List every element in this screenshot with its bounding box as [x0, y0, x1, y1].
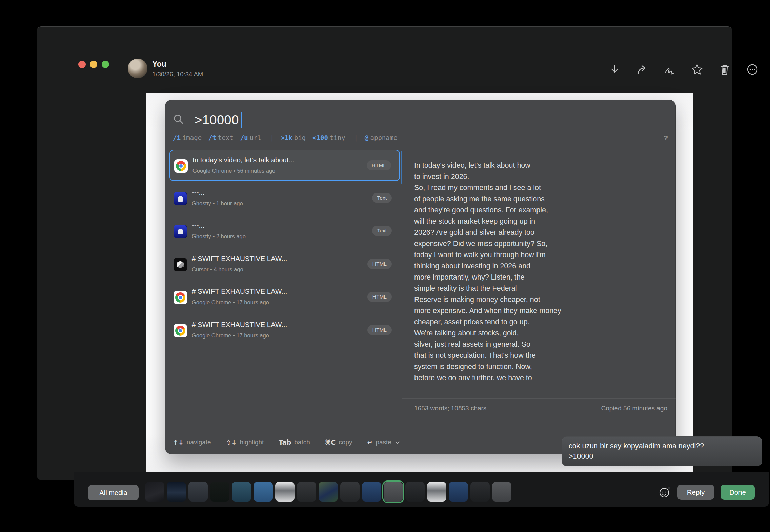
reply-button[interactable]: Reply: [677, 485, 714, 500]
clipboard-manager-panel: >10000 /iimage/ttext/uurl|>1kbig<100tiny…: [165, 100, 676, 454]
filter-hint: text: [218, 134, 234, 141]
content-type-badge: Text: [372, 193, 392, 203]
clipboard-item[interactable]: # SWIFT EXHAUSTIVE LAW...Cursor • 4 hour…: [169, 249, 400, 280]
close-button[interactable]: [78, 61, 86, 68]
filter-hint: /i: [173, 134, 181, 141]
filter-hint: |: [354, 134, 358, 141]
clipboard-item[interactable]: # SWIFT EXHAUSTIVE LAW...Google Chrome •…: [169, 315, 400, 346]
more-options-icon[interactable]: [745, 62, 759, 77]
media-thumbnail-selected[interactable]: [384, 482, 403, 502]
filter-hint: big: [294, 134, 306, 141]
media-thumbnail[interactable]: [297, 482, 316, 502]
content-type-badge: HTML: [367, 160, 391, 170]
media-bar: All media Reply Done: [74, 472, 769, 507]
filter-hint: tiny: [330, 134, 345, 141]
clipboard-preview-text: In today's video, let's talk about how t…: [414, 160, 624, 380]
shortcut-hint-copy: ⌘Ccopy: [325, 438, 352, 446]
clipboard-item-title: # SWIFT EXHAUSTIVE LAW...: [192, 287, 287, 295]
star-icon[interactable]: [690, 62, 704, 77]
content-type-badge: HTML: [367, 292, 392, 302]
shortcut-hint-navigate: ↑↓navigate: [173, 438, 211, 446]
content-type-badge: HTML: [367, 325, 392, 335]
search-bar[interactable]: >10000: [173, 110, 478, 129]
media-thumbnail[interactable]: [319, 482, 338, 502]
download-icon[interactable]: [608, 62, 622, 77]
emoji-reaction-icon[interactable]: [658, 485, 672, 499]
chrome-app-icon: [174, 291, 187, 304]
text-caret: [241, 112, 242, 128]
content-type-badge: Text: [372, 226, 392, 236]
all-media-button[interactable]: All media: [88, 485, 139, 500]
filter-hint: /t: [208, 134, 216, 141]
media-thumbnail[interactable]: [275, 482, 295, 502]
clipboard-item[interactable]: # SWIFT EXHAUSTIVE LAW...Google Chrome •…: [169, 282, 400, 313]
clipboard-item-meta: Google Chrome • 17 hours ago: [192, 299, 269, 306]
shortcut-hint-highlight: ⇧↓highlight: [226, 438, 264, 446]
ghostty-app-icon: [174, 225, 187, 238]
clipboard-item[interactable]: In today's video, let's talk about...Goo…: [169, 150, 400, 181]
clipboard-item-title: In today's video, let's talk about...: [192, 156, 295, 164]
shared-screenshot-image: >10000 /iimage/ttext/uurl|>1kbig<100tiny…: [146, 93, 693, 472]
clipboard-item-title: ---...: [192, 188, 205, 197]
minimize-button[interactable]: [90, 61, 97, 68]
pane-divider: [402, 150, 402, 431]
copied-time: Copied 56 minutes ago: [601, 405, 667, 412]
share-icon[interactable]: [635, 62, 650, 77]
chrome-app-icon: [174, 159, 188, 173]
clipboard-item-title: # SWIFT EXHAUSTIVE LAW...: [192, 254, 287, 263]
search-icon: [173, 114, 184, 126]
media-thumbnail[interactable]: [210, 482, 229, 502]
filter-hint: >1k: [281, 134, 292, 141]
done-button[interactable]: Done: [721, 485, 755, 500]
chrome-app-icon: [174, 324, 187, 337]
shortcut-hint-batch: Tabbatch: [279, 438, 310, 446]
zoom-button[interactable]: [102, 61, 109, 68]
message-viewer-window: You 1/30/26, 10:34 AM: [37, 26, 732, 480]
media-thumbnail[interactable]: [470, 482, 490, 502]
clipboard-item-title: ---...: [192, 221, 205, 229]
filter-hint: url: [250, 134, 261, 141]
media-thumbnail[interactable]: [232, 482, 251, 502]
media-thumbnail[interactable]: [449, 482, 468, 502]
search-input-value[interactable]: >10000: [195, 113, 239, 127]
message-bubble[interactable]: cok uzun bir sey kopyaladim ama neydi?? …: [562, 436, 762, 466]
media-thumbnail[interactable]: [492, 482, 511, 502]
clipboard-item-meta: Ghostty • 1 hour ago: [192, 200, 243, 207]
media-thumbnail[interactable]: [362, 482, 381, 502]
filter-hint: @: [365, 134, 368, 141]
help-icon[interactable]: ?: [664, 134, 668, 142]
avatar: [128, 59, 147, 78]
clipboard-item-meta: Google Chrome • 17 hours ago: [192, 332, 269, 339]
content-type-badge: HTML: [367, 259, 392, 269]
markup-icon[interactable]: [663, 62, 677, 77]
media-thumbnail[interactable]: [427, 482, 446, 502]
stats-divider: [402, 398, 676, 399]
media-thumbnail[interactable]: [167, 482, 186, 502]
message-timestamp: 1/30/26, 10:34 AM: [152, 70, 203, 78]
screen: You 1/30/26, 10:34 AM: [0, 0, 770, 532]
media-thumbnail[interactable]: [145, 482, 164, 502]
filter-hint: /u: [240, 134, 248, 141]
toolbar-divider: [165, 431, 676, 431]
media-thumbnail[interactable]: [254, 482, 273, 502]
filter-hints: /iimage/ttext/uurl|>1kbig<100tiny|@appna…: [173, 134, 404, 141]
sender-name: You: [152, 60, 166, 69]
scroll-indicator[interactable]: [401, 151, 402, 184]
media-thumbnail[interactable]: [405, 482, 425, 502]
filter-hint: image: [182, 134, 202, 141]
shortcut-hint-paste[interactable]: ↵paste: [367, 438, 398, 446]
trash-icon[interactable]: [717, 62, 732, 77]
shortcut-bar: ↑↓navigate⇧↓highlightTabbatch⌘Ccopy↵past…: [173, 434, 398, 450]
clipboard-item[interactable]: ---...Ghostty • 2 hours agoText: [169, 216, 400, 247]
clipboard-item-meta: Ghostty • 2 hours ago: [192, 233, 246, 240]
clipboard-item-title: # SWIFT EXHAUSTIVE LAW...: [192, 321, 287, 329]
media-thumbnail[interactable]: [188, 482, 208, 502]
ghostty-app-icon: [174, 192, 187, 205]
media-thumbnail[interactable]: [340, 482, 360, 502]
filter-hint: |: [270, 134, 274, 141]
filter-hint: appname: [370, 134, 398, 141]
clipboard-item-meta: Cursor • 4 hours ago: [192, 266, 243, 273]
clipboard-item[interactable]: ---...Ghostty • 1 hour agoText: [169, 183, 400, 214]
word-char-count: 1653 words; 10853 chars: [414, 405, 486, 412]
clipboard-item-meta: Google Chrome • 56 minutes ago: [192, 168, 275, 174]
